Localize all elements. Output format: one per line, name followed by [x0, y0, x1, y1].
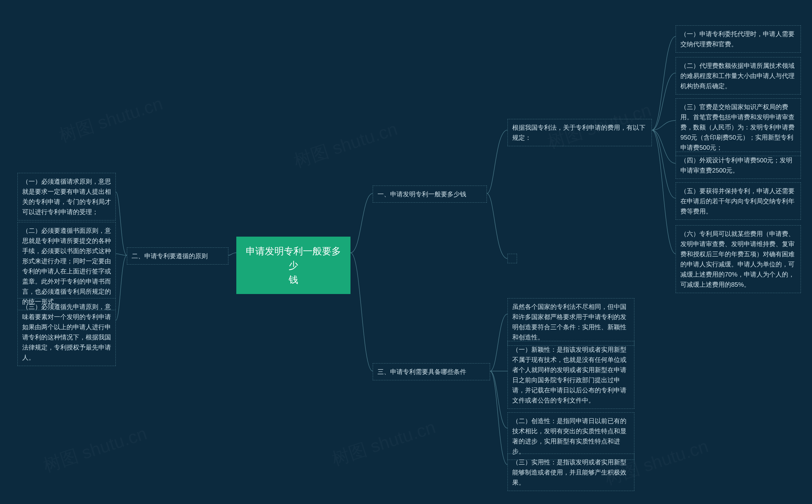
b3-item-3: （三）实用性：是指该发明或者实用新型能够制造或者使用，并且能够产生积极效果。: [507, 454, 634, 491]
b1-item-3-text: （三）官费是交给国家知识产权局的费用。首笔官费包括申请费和发明申请审查费，数额（…: [680, 103, 795, 151]
b2-item-1-text: （一）必须遵循请求原则，意思就是要求一定要有申请人提出相关的专利申请，专门的专利…: [22, 178, 111, 215]
branch-3: 三、申请专利需要具备哪些条件: [373, 363, 490, 380]
root-title: 申请发明专利一般要多少 钱: [246, 246, 341, 285]
watermark: 树图 shutu.cn: [291, 117, 401, 173]
watermark: 树图 shutu.cn: [40, 422, 150, 478]
b3-intro: 虽然各个国家的专利法不尽相同，但中国和许多国家都严格要求用于申请专利的发明创造要…: [507, 298, 634, 346]
b3-intro-text: 虽然各个国家的专利法不尽相同，但中国和许多国家都严格要求用于申请专利的发明创造要…: [512, 303, 626, 341]
root-node: 申请发明专利一般要多少 钱: [236, 237, 350, 294]
b1-item-5: （五）要获得并保持专利，申请人还需要在申请后的若干年内向专利局交纳专利年费等费用…: [676, 182, 801, 220]
b3-item-3-text: （三）实用性：是指该发明或者实用新型能够制造或者使用，并且能够产生积极效果。: [512, 459, 626, 486]
b1-item-3: （三）官费是交给国家知识产权局的费用。首笔官费包括申请费和发明申请审查费，数额（…: [676, 98, 801, 156]
branch-1-title: 一、申请发明专利一般要多少钱: [377, 191, 466, 198]
b1-item-2-text: （二）代理费数额依据申请所属技术领域的难易程度和工作量大小由申请人与代理机构协商…: [680, 62, 795, 89]
b2-item-2-text: （二）必须要遵循书面原则，意思就是专利申请所要提交的各种手续，必须要以书面的形式…: [22, 227, 111, 305]
b3-item-1-text: （一）新颖性：是指该发明或者实用新型不属于现有技术，也就是没有任何单位或者个人就…: [512, 346, 626, 404]
watermark: 树图 shutu.cn: [56, 92, 166, 148]
branch-2: 二、申请专利要遵循的原则: [127, 247, 228, 265]
b1-item-6-text: （六）专利局可以就某些费用（申请费、发明申请审查费、发明申请维持费、复审费和授权…: [680, 230, 795, 288]
b1-empty-node: [507, 254, 517, 263]
b1-item-4-text: （四）外观设计专利申请费500元；发明申请审查费2500元。: [680, 157, 792, 174]
b1-item-4: （四）外观设计专利申请费500元；发明申请审查费2500元。: [676, 152, 801, 179]
b1-item-1: （一）申请专利委托代理时，申请人需要交纳代理费和官费。: [676, 25, 801, 53]
b2-item-3: （三）必须遵循先申请原则，意味着要素对一个发明的专利申请如果由两个以上的申请人进…: [17, 298, 116, 366]
branch-1: 一、申请发明专利一般要多少钱: [373, 186, 487, 203]
branch-2-title: 二、申请专利要遵循的原则: [132, 252, 208, 259]
b1-intro: 根据我国专利法，关于专利申请的费用，有以下规定：: [507, 119, 652, 146]
b2-item-2: （二）必须要遵循书面原则，意思就是专利申请所要提交的各种手续，必须要以书面的形式…: [17, 222, 116, 310]
b3-item-1: （一）新颖性：是指该发明或者实用新型不属于现有技术，也就是没有任何单位或者个人就…: [507, 341, 634, 409]
b3-item-2-text: （二）创造性：是指同申请日以前已有的技术相比，发明有突出的实质性特点和显著的进步…: [512, 417, 626, 455]
branch-3-title: 三、申请专利需要具备哪些条件: [377, 368, 466, 375]
b3-item-2: （二）创造性：是指同申请日以前已有的技术相比，发明有突出的实质性特点和显著的进步…: [507, 412, 634, 460]
b2-item-3-text: （三）必须遵循先申请原则，意味着要素对一个发明的专利申请如果由两个以上的申请人进…: [22, 303, 111, 361]
b1-item-1-text: （一）申请专利委托代理时，申请人需要交纳代理费和官费。: [680, 30, 795, 48]
b1-item-2: （二）代理费数额依据申请所属技术领域的难易程度和工作量大小由申请人与代理机构协商…: [676, 57, 801, 95]
b1-item-5-text: （五）要获得并保持专利，申请人还需要在申请后的若干年内向专利局交纳专利年费等费用…: [680, 187, 795, 215]
b2-item-1: （一）必须遵循请求原则，意思就是要求一定要有申请人提出相关的专利申请，专门的专利…: [17, 173, 116, 220]
b1-intro-text: 根据我国专利法，关于专利申请的费用，有以下规定：: [512, 124, 645, 141]
watermark: 树图 shutu.cn: [329, 415, 439, 471]
b1-item-6: （六）专利局可以就某些费用（申请费、发明申请审查费、发明申请维持费、复审费和授权…: [676, 225, 801, 293]
